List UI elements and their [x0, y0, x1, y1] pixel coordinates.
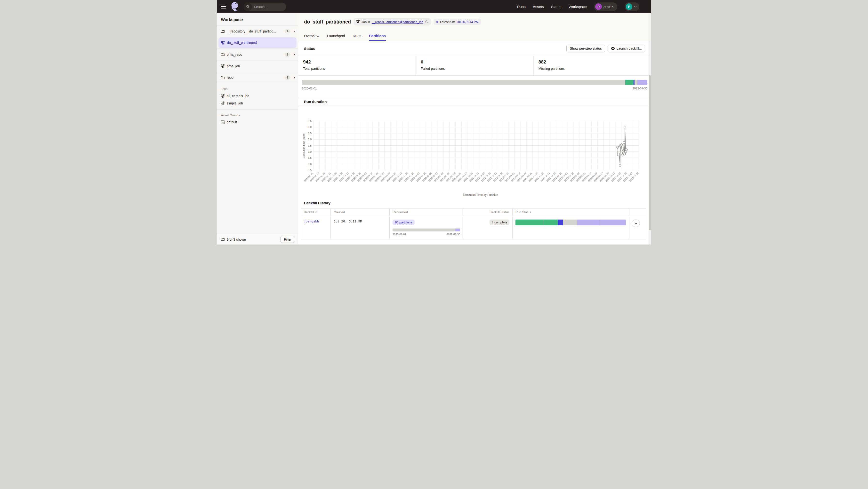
sidebar-item-default[interactable]: default — [217, 119, 298, 126]
run-status-bar[interactable] — [516, 220, 626, 225]
bar-segment-gray — [634, 80, 637, 85]
bar-segment-lavender — [600, 220, 626, 225]
range-start: 2020-01-01 — [393, 233, 406, 236]
run-status-dot — [436, 21, 438, 23]
top-nav-status[interactable]: Status — [551, 5, 561, 9]
partition-status-bar-wrap: 2020-01-01 2022-07-30 — [298, 75, 651, 90]
tab-overview[interactable]: Overview — [304, 34, 319, 41]
bar-segment-green — [516, 220, 543, 225]
deployment-switcher[interactable]: P prod — [594, 2, 617, 11]
data-point[interactable] — [621, 154, 623, 156]
folder-icon — [221, 76, 224, 79]
top-nav-assets[interactable]: Assets — [533, 5, 544, 9]
hamburger-menu-icon[interactable] — [217, 0, 229, 13]
folder-icon — [221, 237, 224, 241]
repo-count-badge: 1 — [285, 52, 290, 57]
show-per-step-status-button[interactable]: Show per-step status — [566, 44, 605, 52]
y-tick-label: 8.5 — [308, 132, 312, 135]
chart-caption: Execution Time by Partition — [310, 193, 651, 197]
dagster-logo-icon[interactable] — [229, 1, 240, 12]
run-duration-chart-zone: 5.56.06.57.07.58.08.59.09.52020-01-01202… — [298, 106, 651, 186]
stat-value: 882 — [538, 59, 646, 65]
filter-button[interactable]: Filter — [280, 236, 295, 243]
data-point[interactable] — [617, 146, 619, 148]
latest-run-link[interactable]: Jul 30, 5:14 PM — [457, 20, 478, 24]
requested-range-bar — [393, 229, 460, 231]
y-tick-label: 8.0 — [308, 138, 312, 141]
page-scrollbar-track[interactable] — [649, 13, 651, 244]
sidebar-item-simple-job[interactable]: simple_job — [217, 100, 298, 107]
repo-count-badge: 1 — [285, 29, 290, 33]
data-point[interactable] — [623, 141, 625, 144]
backfill-id-link[interactable]: jozrgsbh — [304, 220, 319, 223]
bar-segment-gray — [393, 229, 455, 231]
sidebar-section-label: Jobs — [217, 84, 298, 92]
search-icon — [244, 3, 252, 11]
table-header-row: Backfill IdCreatedRequestedBackfill Stat… — [301, 209, 646, 216]
backfill-status-badge: Incomplete — [490, 220, 509, 225]
sidebar-item--repository-do-stuff-partitio-[interactable]: __repository__do_stuff_partitio...1▾ — [217, 25, 298, 37]
global-search[interactable]: / — [244, 3, 286, 11]
tab-runs[interactable]: Runs — [353, 34, 361, 41]
column-header-created: Created — [331, 209, 390, 216]
bar-segment-blue — [558, 220, 563, 225]
tab-partitions[interactable]: Partitions — [369, 34, 386, 41]
sidebar-item-label: repo — [227, 75, 282, 79]
sidebar-item-all-cereals-job[interactable]: all_cereals_job — [217, 92, 298, 100]
sidebar-item-prha-repo[interactable]: prha_repo1▾ — [217, 48, 298, 60]
run-duration-chart-svg: 5.56.06.57.07.58.08.59.09.52020-01-01202… — [302, 118, 643, 191]
sidebar-footer: 3 of 3 shown Filter — [217, 234, 298, 244]
data-point[interactable] — [619, 164, 621, 166]
data-point[interactable] — [618, 151, 620, 153]
job-icon — [221, 64, 224, 68]
partition-status-bar[interactable] — [302, 80, 647, 85]
search-input[interactable] — [252, 5, 286, 9]
expand-row-button[interactable] — [632, 220, 640, 227]
launch-backfill-button[interactable]: Launch backfill... — [608, 44, 645, 52]
stat-missing-partitions: 882Missing partitions — [533, 56, 651, 75]
status-section-header: Status Show per-step statusLaunch backfi… — [298, 41, 651, 56]
stat-total-partitions: 942Total partitions — [298, 56, 415, 75]
sidebar-item-repo[interactable]: repo3▾ — [217, 72, 298, 84]
main-content: do_stuff_partitioned Job in __reposi...a… — [298, 13, 651, 244]
data-point[interactable] — [620, 143, 623, 145]
refresh-icon[interactable] — [425, 20, 428, 24]
job-repo-link[interactable]: __reposi...artitioned@partitioned_job — [372, 20, 423, 24]
data-point[interactable] — [624, 153, 626, 155]
requested-partitions-badge[interactable]: 60 partitions — [393, 220, 414, 225]
sidebar-item-prha-job[interactable]: prha_job — [217, 60, 298, 72]
top-nav-runs[interactable]: Runs — [517, 5, 526, 9]
bar-segment-gray — [302, 80, 625, 85]
backfill-id-cell: jozrgsbh — [301, 216, 331, 239]
data-point[interactable] — [624, 126, 626, 128]
status-title: Status — [304, 46, 315, 51]
caret-down-icon[interactable]: ▾ — [294, 76, 295, 79]
user-menu[interactable]: P — [625, 2, 639, 11]
y-tick-label: 6.5 — [308, 156, 312, 159]
status-actions: Show per-step statusLaunch backfill... — [566, 44, 645, 52]
y-axis-label: Execution time (secs) — [302, 133, 305, 158]
top-nav-links: RunsAssetsStatusWorkspace — [517, 5, 587, 9]
chevron-down-icon — [612, 6, 615, 7]
caret-down-icon[interactable]: ▾ — [294, 53, 295, 56]
backfill-history-table: Backfill IdCreatedRequestedBackfill Stat… — [301, 208, 646, 239]
bar-segment-lavender — [455, 229, 460, 231]
y-tick-label: 9.5 — [308, 120, 312, 122]
sidebar-items: __repository__do_stuff_partitio...1▾do_s… — [217, 25, 298, 84]
top-nav-bar: / RunsAssetsStatusWorkspace P prod P — [217, 0, 651, 13]
y-tick-label: 7.5 — [308, 144, 312, 147]
folder-icon — [221, 30, 224, 33]
partition-range-start: 2020-01-01 — [302, 87, 317, 90]
page-scrollbar-thumb[interactable] — [649, 75, 651, 230]
sidebar-item-do-stuff-partitioned[interactable]: do_stuff_partitioned — [218, 37, 297, 48]
caret-down-icon[interactable]: ▾ — [294, 30, 295, 32]
top-nav-workspace[interactable]: Workspace — [568, 5, 587, 9]
data-point[interactable] — [625, 149, 627, 151]
user-avatar: P — [626, 3, 632, 10]
sidebar-item-label: default — [227, 120, 237, 124]
repo-count-badge: 3 — [285, 75, 290, 80]
bar-segment-green — [625, 80, 633, 85]
tab-launchpad[interactable]: Launchpad — [327, 34, 345, 41]
folder-icon — [221, 53, 224, 56]
column-header-backfill-id: Backfill Id — [301, 209, 331, 216]
